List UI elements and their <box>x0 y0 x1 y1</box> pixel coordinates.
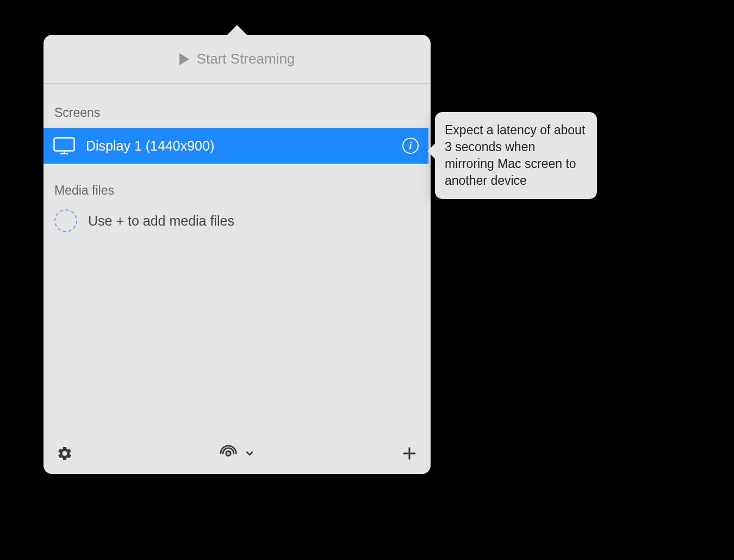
screen-label: Display 1 (1440x900) <box>86 138 391 154</box>
media-placeholder-text: Use + to add media files <box>88 213 234 229</box>
start-streaming-button[interactable]: Start Streaming <box>43 35 431 84</box>
svg-text:?: ? <box>227 450 230 457</box>
settings-button[interactable] <box>57 445 73 462</box>
screens-section-label: Screens <box>43 105 431 128</box>
monitor-icon <box>53 137 75 154</box>
header-title: Start Streaming <box>197 51 295 67</box>
tooltip-arrow <box>427 144 435 159</box>
streaming-popover: Start Streaming Screens Display 1 (1440x… <box>43 35 431 474</box>
add-media-button[interactable] <box>401 445 418 462</box>
screen-row-display-1[interactable]: Display 1 (1440x900) i <box>43 128 428 164</box>
tooltip-text: Expect a latency of about 3 seconds when… <box>445 122 587 189</box>
chevron-down-icon[interactable] <box>244 448 255 459</box>
info-icon[interactable]: i <box>402 138 419 154</box>
media-placeholder-row: Use + to add media files <box>43 206 431 236</box>
cast-devices-button[interactable]: ? <box>219 444 238 463</box>
placeholder-circle-icon <box>54 209 77 232</box>
play-icon <box>179 53 189 65</box>
svg-rect-0 <box>54 138 74 151</box>
media-section-label: Media files <box>43 183 431 206</box>
latency-tooltip: Expect a latency of about 3 seconds when… <box>435 112 597 199</box>
popover-arrow <box>226 25 248 36</box>
content-area: Screens Display 1 (1440x900) i Media fil… <box>43 84 431 432</box>
footer-toolbar: ? <box>43 432 431 474</box>
